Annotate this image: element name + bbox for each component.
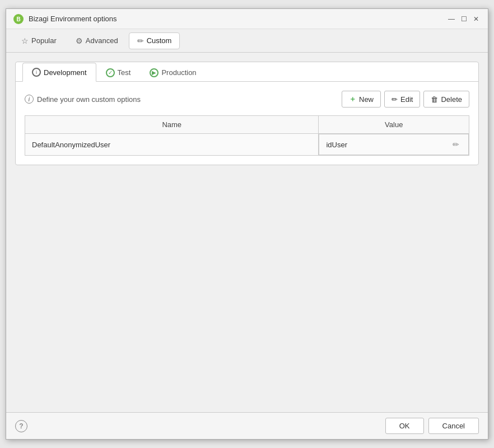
edit-label: Edit bbox=[400, 95, 413, 104]
window-title: Bizagi Environment options bbox=[29, 15, 117, 23]
bottom-buttons: OK Cancel bbox=[385, 418, 479, 434]
define-label: i Define your own custom options bbox=[25, 95, 141, 104]
help-button[interactable]: ? bbox=[15, 420, 27, 432]
cancel-button[interactable]: Cancel bbox=[428, 418, 479, 434]
tab-development[interactable]: i Development bbox=[22, 63, 96, 82]
star-icon: ☆ bbox=[21, 36, 29, 45]
tab-test-label: Test bbox=[118, 68, 131, 77]
tab-test[interactable]: ✓ Test bbox=[96, 63, 141, 82]
minimize-button[interactable]: — bbox=[446, 14, 456, 24]
data-table: Name Value DefaultAnonymizedUser idUser … bbox=[25, 115, 469, 156]
main-content: i Development ✓ Test ▶ Production i bbox=[6, 53, 488, 412]
define-text: Define your own custom options bbox=[37, 95, 141, 104]
content-panel: i Development ✓ Test ▶ Production i bbox=[15, 62, 479, 165]
table-header-row: Name Value bbox=[25, 116, 469, 134]
col-name-header: Name bbox=[25, 116, 319, 134]
maximize-button[interactable]: ☐ bbox=[459, 14, 469, 24]
svg-text:B: B bbox=[16, 16, 20, 22]
tab-popular-label: Popular bbox=[31, 36, 57, 45]
toolbar-buttons: ＋ New ✏ Edit 🗑 Delete bbox=[342, 91, 469, 108]
tab-production[interactable]: ▶ Production bbox=[140, 63, 206, 82]
main-window: B Bizagi Environment options — ☐ ✕ ☆ Pop… bbox=[6, 8, 488, 440]
title-bar-controls: — ☐ ✕ bbox=[446, 14, 481, 24]
dev-icon: i bbox=[32, 68, 41, 77]
trash-icon: 🗑 bbox=[431, 95, 438, 104]
table-cell-value-text: idUser bbox=[326, 141, 347, 149]
title-bar-left: B Bizagi Environment options bbox=[13, 13, 117, 25]
col-value-header: Value bbox=[319, 116, 469, 134]
delete-label: Delete bbox=[441, 95, 462, 104]
prod-icon: ▶ bbox=[150, 68, 159, 77]
pencil-icon: ✏ bbox=[137, 36, 144, 45]
tab-custom-label: Custom bbox=[147, 36, 172, 45]
ok-button[interactable]: OK bbox=[385, 418, 424, 434]
toolbar-row: i Define your own custom options ＋ New ✏… bbox=[25, 91, 469, 108]
table-cell-name: DefaultAnonymizedUser bbox=[25, 134, 319, 156]
edit-pencil-icon: ✏ bbox=[392, 95, 398, 104]
test-icon: ✓ bbox=[106, 68, 115, 77]
bottom-bar: ? OK Cancel bbox=[6, 412, 488, 439]
tab-advanced[interactable]: ⚙ Advanced bbox=[67, 32, 127, 49]
row-edit-inline-button[interactable]: ✏ bbox=[450, 139, 462, 150]
tab-production-label: Production bbox=[161, 68, 196, 77]
edit-button[interactable]: ✏ Edit bbox=[384, 91, 420, 108]
table-row: DefaultAnonymizedUser idUser ✏ bbox=[25, 134, 469, 156]
env-tabs: i Development ✓ Test ▶ Production bbox=[16, 62, 478, 82]
tab-popular[interactable]: ☆ Popular bbox=[13, 32, 65, 49]
top-tabs: ☆ Popular ⚙ Advanced ✏ Custom bbox=[6, 29, 488, 53]
bizagi-logo-icon: B bbox=[13, 13, 24, 25]
table-cell-value: idUser ✏ bbox=[319, 134, 469, 155]
gear-icon: ⚙ bbox=[76, 36, 83, 45]
tab-development-label: Development bbox=[44, 68, 87, 77]
plus-icon: ＋ bbox=[349, 94, 356, 104]
delete-button[interactable]: 🗑 Delete bbox=[423, 91, 469, 108]
tab-custom[interactable]: ✏ Custom bbox=[129, 32, 180, 49]
panel-body: i Define your own custom options ＋ New ✏… bbox=[16, 82, 478, 165]
title-bar: B Bizagi Environment options — ☐ ✕ bbox=[6, 9, 488, 29]
info-icon: i bbox=[25, 95, 34, 104]
close-button[interactable]: ✕ bbox=[471, 14, 481, 24]
new-label: New bbox=[359, 95, 374, 104]
new-button[interactable]: ＋ New bbox=[342, 91, 381, 108]
tab-advanced-label: Advanced bbox=[86, 36, 118, 45]
